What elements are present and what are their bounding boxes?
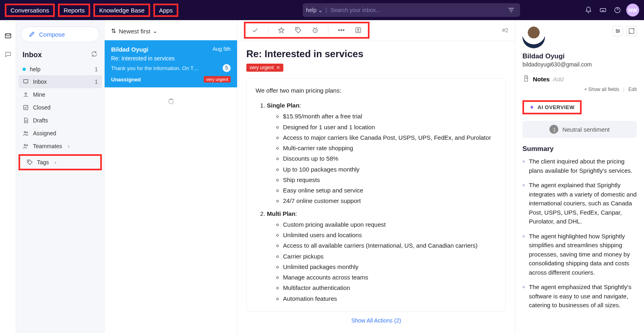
- top-bar: Conversations Reports Knowledge Base App…: [0, 0, 644, 20]
- assignment-status: Unassigned: [111, 77, 141, 83]
- summary-heading: Summary: [522, 145, 637, 153]
- profile-avatar[interactable]: NW: [626, 4, 639, 17]
- sort-dropdown[interactable]: ⇅ Newest first ⌄: [105, 20, 237, 40]
- status-dot-icon: [23, 68, 26, 71]
- more-icon[interactable]: •••: [337, 27, 345, 34]
- loading-spinner-icon: [168, 99, 174, 104]
- inbox-icon: [23, 78, 29, 85]
- list-item: Custom pricing available upon request: [283, 220, 497, 229]
- sidebar-folder-closed[interactable]: Closed: [16, 101, 104, 114]
- sidebar-mailbox-help[interactable]: help1: [16, 63, 104, 75]
- urgent-tag: very urgent: [204, 76, 231, 83]
- left-rail: [0, 20, 16, 333]
- contact-email[interactable]: bildadoyugi630@gmail.com: [522, 61, 637, 68]
- sidebar-folder-mine[interactable]: Mine: [16, 88, 104, 101]
- help-icon[interactable]: [612, 4, 623, 16]
- sort-icon: ⇅: [111, 27, 116, 35]
- nav-knowledge-base[interactable]: Knowledge Base: [93, 4, 150, 17]
- ai-overview-heading[interactable]: ✦ AI OVERVIEW: [522, 100, 582, 114]
- refresh-icon[interactable]: [91, 50, 98, 59]
- people-icon: [23, 143, 29, 150]
- list-item: 24/7 online customer support: [283, 196, 497, 205]
- svg-point-14: [616, 29, 617, 30]
- sidebar-folder-assigned[interactable]: Assigned: [16, 127, 104, 140]
- sidebar-folder-inbox[interactable]: Inbox1: [19, 75, 102, 88]
- list-item: Ship requests: [283, 175, 497, 184]
- edit-link[interactable]: Edit: [628, 87, 637, 92]
- pencil-icon: [29, 30, 36, 39]
- contact-icon[interactable]: [354, 27, 362, 34]
- add-note-button[interactable]: Add: [553, 76, 564, 83]
- list-item: The agent highlighted how Sprightly simp…: [522, 232, 637, 277]
- svg-point-5: [24, 131, 26, 133]
- close-icon[interactable]: ✕: [276, 65, 280, 70]
- search-scope-dropdown[interactable]: help⌄: [306, 7, 325, 13]
- neutral-face-icon: :|: [549, 125, 558, 134]
- chevron-right-icon: ›: [68, 143, 70, 149]
- snooze-icon[interactable]: [311, 27, 319, 34]
- svg-rect-0: [600, 8, 606, 12]
- list-item: Multi-carrier rate shopping: [283, 143, 497, 153]
- conversation-item[interactable]: Bildad Oyugi Aug 5th Re: Interested in s…: [105, 40, 237, 87]
- svg-rect-17: [629, 29, 634, 33]
- list-item: $15.95/month after a free trial: [283, 112, 497, 121]
- svg-point-8: [27, 145, 28, 146]
- notes-icon: [522, 75, 530, 83]
- sentiment-badge: :| Neutral sentiment: [522, 121, 637, 138]
- notes-label: Notes: [533, 76, 550, 83]
- compose-button[interactable]: Compose: [21, 27, 99, 42]
- nav-reports[interactable]: Reports: [58, 4, 91, 17]
- chat-icon[interactable]: [4, 51, 12, 60]
- list-item: Up to 100 packages monthly: [283, 165, 497, 174]
- mail-icon[interactable]: [4, 32, 12, 41]
- inbox-heading: Inbox: [23, 51, 42, 59]
- star-icon[interactable]: [277, 27, 285, 34]
- svg-point-16: [617, 32, 617, 33]
- reader-action-bar: •••: [244, 22, 369, 39]
- reader-pane: ••• #2 Re: Interested in services very u…: [237, 20, 515, 333]
- show-all-fields-link[interactable]: + Show all fields: [584, 87, 619, 92]
- list-item: Multifactor authentication: [283, 283, 497, 292]
- person-icon: [23, 91, 29, 98]
- ticket-number: #2: [502, 27, 508, 33]
- search-container: help⌄ |: [303, 3, 520, 17]
- settings-icon[interactable]: [613, 26, 623, 36]
- conversation-date: Aug 5th: [213, 46, 231, 52]
- urgent-tag-pill[interactable]: very urgent ✕: [246, 64, 283, 72]
- svg-point-6: [27, 132, 28, 133]
- list-item: Access to all available carriers (Intern…: [283, 241, 497, 250]
- sparkle-icon: ✦: [530, 104, 535, 110]
- list-item: The agent explained that Sprightly integ…: [522, 181, 637, 226]
- list-item: Automation features: [283, 294, 497, 303]
- sidebar-folder-teammates[interactable]: Teammates›: [16, 140, 104, 153]
- conversation-preview: Thank you for the information. On T…: [111, 65, 199, 71]
- tag-icon: [27, 159, 33, 166]
- checkbox-icon: [23, 104, 29, 111]
- message-body: We offer two main pricing plans: Single …: [246, 78, 506, 312]
- tag-icon[interactable]: [294, 27, 302, 34]
- conversation-list: ⇅ Newest first ⌄ Bildad Oyugi Aug 5th Re…: [105, 20, 237, 333]
- bell-icon[interactable]: [583, 4, 594, 16]
- expand-icon[interactable]: [626, 26, 637, 36]
- svg-point-10: [297, 29, 297, 29]
- list-item: Easy online setup and service: [283, 186, 497, 195]
- people-icon: [23, 130, 29, 137]
- list-item: Carrier pickups: [283, 252, 497, 261]
- svg-point-7: [24, 144, 26, 146]
- sidebar-folder-drafts[interactable]: Drafts: [16, 114, 104, 127]
- show-all-actions-link[interactable]: Show All Actions (2): [246, 312, 506, 326]
- nav-conversations[interactable]: Conversations: [5, 4, 55, 17]
- sidebar-tags[interactable]: Tags›: [20, 156, 100, 169]
- search-input[interactable]: [327, 7, 506, 13]
- keyboard-icon[interactable]: [597, 4, 609, 16]
- contact-name: Bildad Oyugi: [522, 52, 637, 60]
- message-intro: We offer two main pricing plans:: [256, 86, 497, 95]
- check-icon[interactable]: [251, 27, 259, 34]
- contact-avatar[interactable]: [522, 26, 545, 48]
- nav-apps[interactable]: Apps: [153, 4, 178, 17]
- thread-title: Re: Interested in services: [246, 48, 506, 60]
- svg-point-15: [619, 31, 619, 31]
- message-count-badge: 5: [223, 64, 231, 72]
- filter-icon[interactable]: [506, 4, 517, 16]
- list-item: Access to major carriers like Canada Pos…: [283, 133, 497, 142]
